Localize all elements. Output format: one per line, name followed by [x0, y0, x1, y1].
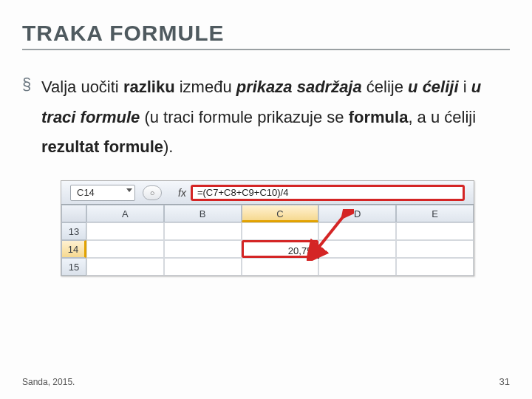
cell-C14[interactable]: 20,75 — [242, 240, 319, 258]
cell-E13[interactable] — [396, 222, 474, 240]
name-box[interactable]: C14 — [70, 185, 135, 201]
cell-A13[interactable] — [86, 222, 164, 240]
cell-A15[interactable] — [86, 258, 164, 276]
col-header-E[interactable]: E — [396, 205, 474, 222]
slide-title: TRAKA FORMULE — [22, 21, 510, 50]
col-header-C[interactable]: C — [242, 205, 319, 222]
text-rezultat: rezultat formule — [41, 137, 163, 156]
cell-B13[interactable] — [164, 222, 242, 240]
cell-E14[interactable] — [396, 240, 474, 258]
cell-E15[interactable] — [396, 258, 474, 276]
cell-D14[interactable] — [318, 240, 396, 258]
insert-function-pill[interactable]: ○ — [143, 185, 162, 200]
cell-B14[interactable] — [164, 240, 242, 258]
excel-screenshot: C14 ○ fx =(C7+C8+C9+C10)/4 A B C D E 13 … — [61, 180, 474, 276]
col-header-A[interactable]: A — [86, 205, 164, 222]
text-end: ). — [163, 137, 173, 156]
text-razliku: razliku — [123, 78, 175, 96]
cell-A14[interactable] — [86, 240, 164, 258]
fx-icon[interactable]: fx — [178, 187, 186, 199]
row-header-15[interactable]: 15 — [61, 258, 86, 276]
name-box-value: C14 — [77, 187, 95, 198]
row-header-14[interactable]: 14 — [61, 240, 86, 258]
text-sp2: ćelije — [362, 78, 408, 96]
text-prikaza: prikaza sadržaja — [236, 78, 362, 96]
text-sp5: , a u ćeliji — [408, 108, 476, 126]
text-sp1: između — [175, 78, 236, 96]
formula-text: =(C7+C8+C9+C10)/4 — [197, 187, 289, 198]
text-sp4: (u traci formule prikazuje se — [140, 108, 348, 126]
name-box-dropdown-icon[interactable] — [126, 188, 132, 192]
text-u-celiji: u ćeliji — [408, 78, 458, 96]
formula-input[interactable]: =(C7+C8+C9+C10)/4 — [191, 185, 465, 201]
text-pre: Valja uočiti — [41, 78, 123, 96]
formula-bar: C14 ○ fx =(C7+C8+C9+C10)/4 — [61, 181, 474, 205]
col-header-D[interactable]: D — [318, 205, 396, 222]
bullet-marker: § — [22, 72, 41, 163]
text-formula: formula — [349, 108, 409, 126]
text-sp3: i — [459, 78, 471, 96]
col-header-B[interactable]: B — [164, 205, 242, 222]
cell-D15[interactable] — [318, 258, 396, 276]
cell-B15[interactable] — [164, 258, 242, 276]
cell-C13[interactable] — [242, 222, 319, 240]
spreadsheet-grid: A B C D E 13 14 20,75 15 — [61, 205, 474, 276]
select-all-corner[interactable] — [61, 205, 86, 222]
cell-C15[interactable] — [242, 258, 319, 276]
row-header-13[interactable]: 13 — [61, 222, 86, 240]
cell-D13[interactable] — [318, 222, 396, 240]
page-number: 31 — [499, 376, 510, 387]
body-paragraph: Valja uočiti razliku između prikaza sadr… — [41, 72, 510, 163]
footer-author: Sanda, 2015. — [22, 377, 75, 387]
